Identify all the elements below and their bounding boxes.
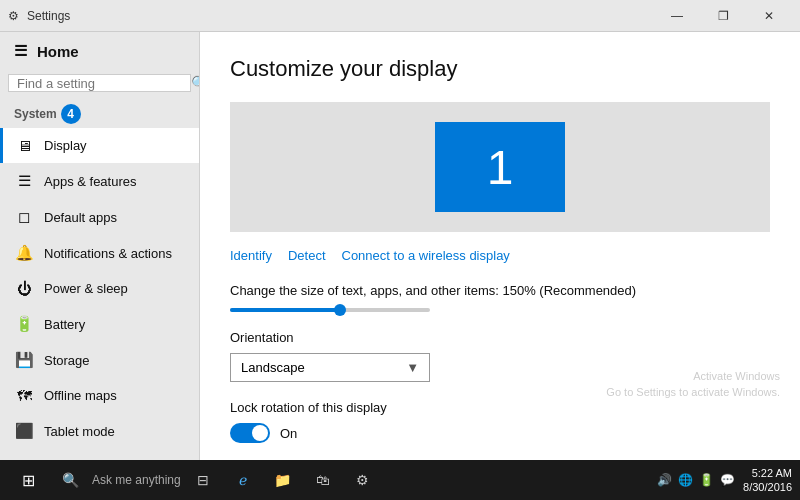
notifications-icon: 🔔 <box>14 244 34 262</box>
title-bar-left: ⚙ Settings <box>8 9 70 23</box>
orientation-value: Landscape <box>241 360 305 375</box>
sidebar-home-button[interactable]: ☰ Home <box>0 32 199 70</box>
sidebar-item-display[interactable]: 🖥 Display <box>0 128 199 163</box>
text-size-setting: Change the size of text, apps, and other… <box>230 283 770 312</box>
search-input[interactable] <box>17 76 185 91</box>
sidebar-item-multitasking[interactable]: ⊞ Multitasking <box>0 449 199 460</box>
connect-link[interactable]: Connect to a wireless display <box>342 248 510 263</box>
taskbar-clock[interactable]: 5:22 AM 8/30/2016 <box>743 466 792 495</box>
home-label: Home <box>37 43 79 60</box>
search-taskbar-label[interactable]: Ask me anything <box>92 473 181 487</box>
settings-icon: ⚙ <box>8 9 19 23</box>
restore-button[interactable]: ❐ <box>700 0 746 32</box>
taskbar: ⊞ 🔍 Ask me anything ⊟ ℯ 📁 🛍 ⚙ 🔊 🌐 🔋 💬 5:… <box>0 460 800 500</box>
start-button[interactable]: ⊞ <box>8 460 48 500</box>
text-size-slider-track[interactable] <box>230 308 430 312</box>
text-size-slider-thumb[interactable] <box>334 304 346 316</box>
notification-icon[interactable]: 💬 <box>718 471 737 489</box>
sidebar-label-offline-maps: Offline maps <box>44 388 117 403</box>
task-view-icon[interactable]: ⊟ <box>185 460 221 500</box>
system-tray: 🔊 🌐 🔋 💬 <box>655 471 737 489</box>
sidebar-label-power: Power & sleep <box>44 281 128 296</box>
monitor-number: 1 <box>487 140 514 195</box>
monitor-box: 1 <box>435 122 565 212</box>
home-icon: ☰ <box>14 42 27 60</box>
sidebar-label-default-apps: Default apps <box>44 210 117 225</box>
store-icon[interactable]: 🛍 <box>305 460 341 500</box>
watermark-line2: Go to Settings to activate Windows. <box>606 385 780 400</box>
sidebar: ☰ Home 🔍 System 4 🖥 Display ☰ Apps & fea… <box>0 32 200 460</box>
sidebar-label-display: Display <box>44 138 87 153</box>
content-area: Customize your display 1 Identify Detect… <box>200 32 800 460</box>
lock-rotation-knob <box>252 425 268 441</box>
orientation-label: Orientation <box>230 330 770 345</box>
edge-icon[interactable]: ℯ <box>225 460 261 500</box>
system-label: System 4 <box>0 96 199 128</box>
default-apps-icon: ◻ <box>14 208 34 226</box>
settings-taskbar-icon[interactable]: ⚙ <box>345 460 381 500</box>
sidebar-item-storage[interactable]: 💾 Storage <box>0 342 199 378</box>
storage-icon: 💾 <box>14 351 34 369</box>
sidebar-item-notifications[interactable]: 🔔 Notifications & actions <box>0 235 199 271</box>
minimize-button[interactable]: — <box>654 0 700 32</box>
taskbar-left: ⊞ 🔍 Ask me anything ⊟ ℯ 📁 🛍 ⚙ <box>8 460 381 500</box>
sidebar-label-storage: Storage <box>44 353 90 368</box>
detect-link[interactable]: Detect <box>288 248 326 263</box>
tablet-icon: ⬛ <box>14 422 34 440</box>
taskbar-time-display: 5:22 AM <box>743 466 792 480</box>
sidebar-item-battery[interactable]: 🔋 Battery <box>0 306 199 342</box>
battery-taskbar-icon[interactable]: 🔋 <box>697 471 716 489</box>
lock-rotation-toggle[interactable] <box>230 423 270 443</box>
sidebar-item-default-apps[interactable]: ◻ Default apps <box>0 199 199 235</box>
lock-rotation-toggle-row: On <box>230 423 770 443</box>
search-box[interactable]: 🔍 <box>8 74 191 92</box>
lock-rotation-setting: Lock rotation of this display On <box>230 400 770 443</box>
nav-badge: 4 <box>61 104 81 124</box>
network-icon[interactable]: 🌐 <box>676 471 695 489</box>
sidebar-item-tablet[interactable]: ⬛ Tablet mode <box>0 413 199 449</box>
sidebar-label-battery: Battery <box>44 317 85 332</box>
sidebar-label-notifications: Notifications & actions <box>44 246 172 261</box>
lock-rotation-toggle-label: On <box>280 426 297 441</box>
app-window: ☰ Home 🔍 System 4 🖥 Display ☰ Apps & fea… <box>0 32 800 460</box>
display-preview: 1 <box>230 102 770 232</box>
identify-link[interactable]: Identify <box>230 248 272 263</box>
sidebar-item-offline-maps[interactable]: 🗺 Offline maps <box>0 378 199 413</box>
apps-icon: ☰ <box>14 172 34 190</box>
title-bar: ⚙ Settings — ❐ ✕ <box>0 0 800 32</box>
files-icon[interactable]: 📁 <box>265 460 301 500</box>
offline-maps-icon: 🗺 <box>14 387 34 404</box>
text-size-label: Change the size of text, apps, and other… <box>230 283 770 298</box>
sidebar-item-apps[interactable]: ☰ Apps & features <box>0 163 199 199</box>
display-icon: 🖥 <box>14 137 34 154</box>
title-bar-controls: — ❐ ✕ <box>654 0 792 32</box>
taskbar-right: 🔊 🌐 🔋 💬 5:22 AM 8/30/2016 <box>655 466 792 495</box>
power-icon: ⏻ <box>14 280 34 297</box>
battery-icon: 🔋 <box>14 315 34 333</box>
sidebar-label-tablet: Tablet mode <box>44 424 115 439</box>
text-size-slider-fill <box>230 308 340 312</box>
select-arrow-icon: ▼ <box>406 360 419 375</box>
orientation-setting: Orientation Landscape ▼ <box>230 330 770 382</box>
sidebar-label-apps: Apps & features <box>44 174 137 189</box>
window-title: Settings <box>27 9 70 23</box>
orientation-select[interactable]: Landscape ▼ <box>230 353 430 382</box>
search-taskbar-icon[interactable]: 🔍 <box>52 460 88 500</box>
sidebar-item-power[interactable]: ⏻ Power & sleep <box>0 271 199 306</box>
close-button[interactable]: ✕ <box>746 0 792 32</box>
taskbar-date-display: 8/30/2016 <box>743 480 792 494</box>
lock-rotation-label: Lock rotation of this display <box>230 400 770 415</box>
search-icon: 🔍 <box>191 75 200 91</box>
page-title: Customize your display <box>230 56 770 82</box>
links-row: Identify Detect Connect to a wireless di… <box>230 248 770 263</box>
volume-icon[interactable]: 🔊 <box>655 471 674 489</box>
